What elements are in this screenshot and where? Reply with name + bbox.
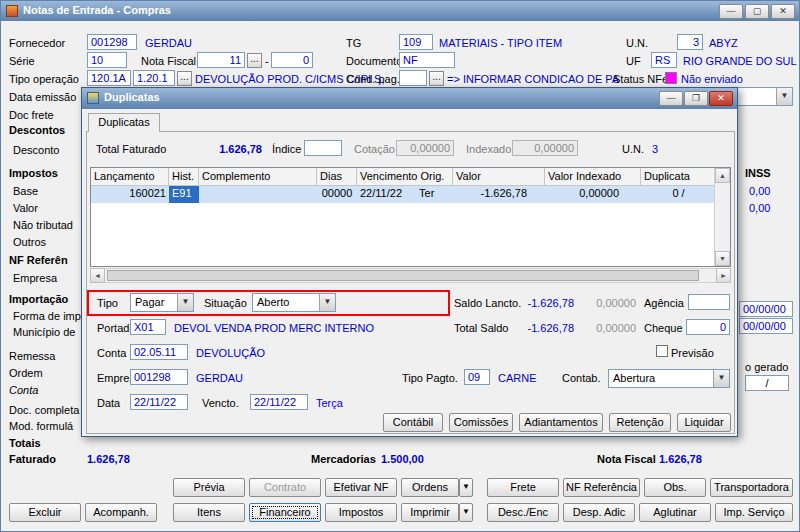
itens-button[interactable]: Itens xyxy=(173,503,245,522)
inss-section-label: INSS xyxy=(745,167,771,179)
impostos-button[interactable]: Impostos xyxy=(325,503,397,522)
tipo-operacao-label: Tipo operação xyxy=(9,73,79,85)
transportadora-button[interactable]: Transportadora xyxy=(710,478,793,497)
efetivar-nf-button[interactable]: Efetivar NF xyxy=(325,478,397,497)
scroll-up-icon[interactable]: ▲ xyxy=(715,168,730,183)
minimize-button[interactable]: — xyxy=(719,4,743,19)
scroll-down-icon[interactable]: ▼ xyxy=(715,251,730,266)
agencia-field[interactable] xyxy=(688,294,730,310)
nota-fiscal-field[interactable]: 11 xyxy=(197,52,245,68)
desp-adic-button[interactable]: Desp. Adic xyxy=(563,503,635,522)
dialog-minimize-button[interactable]: — xyxy=(659,91,683,106)
cell-vencimento[interactable]: 22/11/22 Ter xyxy=(357,186,453,203)
previa-button[interactable]: Prévia xyxy=(173,478,245,497)
dialog-empresa-field[interactable]: 001298 xyxy=(130,369,188,385)
previsao-checkbox[interactable] xyxy=(656,345,668,357)
nf-referencia-button[interactable]: NF Referência xyxy=(563,478,640,497)
tab-duplicatas[interactable]: Duplicatas xyxy=(88,113,160,132)
conta-field[interactable]: 02.05.11 xyxy=(130,344,188,360)
cell-dias[interactable]: 00000 xyxy=(317,186,357,203)
chevron-down-icon[interactable]: ▼ xyxy=(319,294,335,311)
cheque-field[interactable]: 0 xyxy=(686,319,730,335)
chevron-down-icon[interactable]: ▼ xyxy=(177,294,193,311)
comissoes-button[interactable]: Comissões xyxy=(449,413,513,432)
dialog-restore-button[interactable]: ❐ xyxy=(684,91,708,106)
documento-field[interactable]: NF xyxy=(399,52,455,68)
imprimir-button[interactable]: Imprimir xyxy=(401,503,459,522)
scroll-right-icon[interactable]: ► xyxy=(716,268,731,283)
importacao-date-field-1[interactable]: 00/00/00 xyxy=(739,301,793,317)
column-header-valor-indexado[interactable]: Valor Indexado xyxy=(545,168,641,185)
tipo-operacao-field1[interactable]: 120.1A xyxy=(87,70,131,86)
adiantamentos-button[interactable]: Adiantamentos xyxy=(519,413,603,432)
scrollbar-thumb[interactable] xyxy=(107,270,699,281)
vencto-field[interactable]: 22/11/22 xyxy=(250,394,308,410)
main-titlebar: Notas de Entrada - Compras — ▢ ✕ xyxy=(1,1,799,21)
contrato-button[interactable]: Contrato xyxy=(249,478,321,497)
ordens-button[interactable]: Ordens xyxy=(401,478,459,497)
contabil-button[interactable]: Contábil xyxy=(383,413,443,432)
frete-button[interactable]: Frete xyxy=(487,478,559,497)
tipo-operacao-browse-icon[interactable]: ... xyxy=(177,71,192,86)
chevron-down-icon[interactable]: ▼ xyxy=(776,88,792,105)
scroll-left-icon[interactable]: ◄ xyxy=(90,268,105,283)
tipo-combo[interactable]: Pagar ▼ xyxy=(130,293,194,312)
nota-fiscal-seq-field[interactable]: 0 xyxy=(271,52,313,68)
data-field[interactable]: 22/11/22 xyxy=(130,394,188,410)
close-button[interactable]: ✕ xyxy=(771,4,795,19)
contab-combo[interactable]: Abertura ▼ xyxy=(608,369,730,388)
liquidar-button[interactable]: Liquidar xyxy=(677,413,731,432)
tipo-operacao-field2[interactable]: 1.20.1 xyxy=(133,70,175,86)
column-header-hist[interactable]: Hist. xyxy=(169,168,199,185)
retencao-button[interactable]: Retenção xyxy=(609,413,671,432)
maximize-button[interactable]: ▢ xyxy=(745,4,769,19)
column-header-lancamento[interactable]: Lançamento xyxy=(91,168,169,185)
indice-field[interactable] xyxy=(304,140,342,156)
conta-slash-field[interactable]: / xyxy=(745,375,789,391)
cell-complemento[interactable] xyxy=(199,186,317,203)
cell-valor-indexado[interactable]: 0,00000 xyxy=(545,186,641,203)
dialog-close-button[interactable]: ✕ xyxy=(709,91,733,106)
column-header-dias[interactable]: Dias xyxy=(317,168,357,185)
column-header-valor[interactable]: Valor xyxy=(453,168,545,185)
uf-field[interactable]: RS xyxy=(651,52,677,68)
cell-duplicata[interactable]: 0 / xyxy=(641,186,716,203)
cell-valor[interactable]: -1.626,78 xyxy=(453,186,545,203)
column-header-complemento[interactable]: Complemento xyxy=(199,168,317,185)
situacao-combo[interactable]: Aberto ▼ xyxy=(252,293,336,312)
table-row[interactable]: 160021 E91 00000 22/11/22 Ter -1.626,78 … xyxy=(91,186,716,203)
column-header-duplicata[interactable]: Duplicata xyxy=(641,168,716,185)
cell-hist[interactable]: E91 xyxy=(169,186,199,203)
cond-pag-browse-icon[interactable]: ... xyxy=(429,71,444,86)
excluir-button[interactable]: Excluir xyxy=(9,503,81,522)
total-faturado-label: Total Faturado xyxy=(96,143,166,155)
financeiro-button[interactable]: Financeiro xyxy=(249,503,321,522)
desc-enc-button[interactable]: Desc./Enc xyxy=(487,503,559,522)
ordem-label: Ordem xyxy=(9,367,43,379)
ordens-dropdown-icon[interactable]: ▼ xyxy=(459,478,473,497)
aglutinar-button[interactable]: Aglutinar xyxy=(639,503,711,522)
fornecedor-field[interactable]: 001298 xyxy=(87,34,137,50)
tg-field[interactable]: 109 xyxy=(399,34,433,50)
serie-field[interactable]: 10 xyxy=(87,52,127,68)
nota-fiscal-separator: - xyxy=(265,55,269,67)
municipio-label: Município de xyxy=(13,326,75,338)
tipo-pagto-field[interactable]: 09 xyxy=(464,369,490,385)
contab-label: Contab. xyxy=(562,372,601,384)
grid-horizontal-scrollbar[interactable]: ◄ ► xyxy=(90,268,731,283)
cond-pag-field[interactable] xyxy=(399,70,427,86)
grid-vertical-scrollbar[interactable]: ▲ ▼ xyxy=(714,168,730,266)
importacao-date-field-2[interactable]: 00/00/00 xyxy=(739,318,793,334)
portador-field[interactable]: X01 xyxy=(130,319,166,335)
acompanh-button[interactable]: Acompanh. xyxy=(85,503,157,522)
column-header-vencimento[interactable]: Vencimento Orig. xyxy=(357,168,453,185)
doc-frete-label: Doc frete xyxy=(9,109,54,121)
forma-importacao-label: Forma de imp xyxy=(13,310,81,322)
imprimir-dropdown-icon[interactable]: ▼ xyxy=(459,503,473,522)
cell-lancamento[interactable]: 160021 xyxy=(91,186,169,203)
chevron-down-icon[interactable]: ▼ xyxy=(713,370,729,387)
imp-servico-button[interactable]: Imp. Serviço xyxy=(715,503,793,522)
obs-button[interactable]: Obs. xyxy=(644,478,706,497)
nota-fiscal-browse-icon[interactable]: ... xyxy=(247,53,262,68)
un-field[interactable]: 3 xyxy=(677,34,703,50)
